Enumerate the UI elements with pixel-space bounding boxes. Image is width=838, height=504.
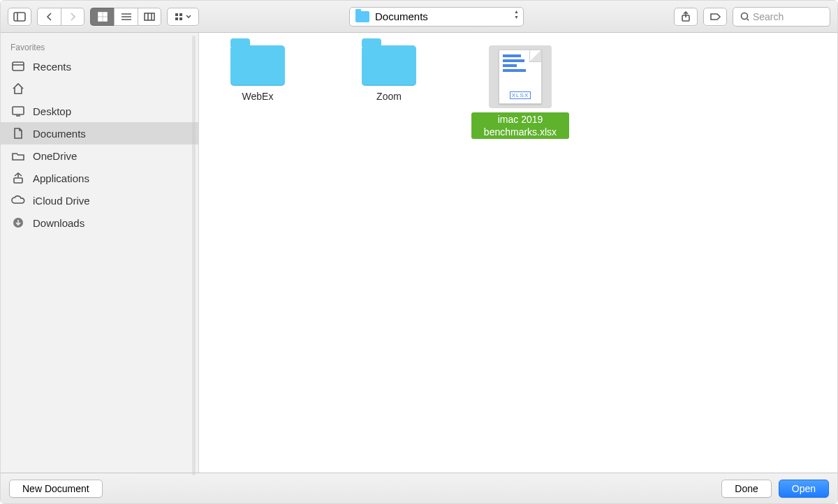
svg-rect-13	[179, 13, 182, 16]
file-ext-badge: XLSX	[510, 91, 531, 99]
cloud-icon	[10, 194, 26, 207]
icon-view-button[interactable]	[90, 8, 114, 26]
svg-rect-20	[13, 62, 24, 71]
svg-rect-0	[14, 13, 25, 21]
file-item[interactable]: XLSX imac 2019 benchmarks.xlsx	[471, 45, 569, 139]
svg-rect-4	[98, 17, 102, 21]
toolbar: Documents ▲▼	[1, 1, 837, 33]
svg-rect-12	[175, 13, 178, 16]
sidebar-section-label: Favorites	[1, 40, 198, 55]
folder-item[interactable]: Zoom	[340, 45, 438, 103]
sidebar-item-onedrive[interactable]: OneDrive	[1, 144, 198, 167]
sidebar-item-label: Documents	[33, 128, 86, 140]
home-icon	[10, 82, 26, 95]
sidebar-item-applications[interactable]: Applications	[1, 167, 198, 189]
applications-icon	[10, 172, 26, 184]
folder-icon	[362, 45, 416, 86]
sidebar-resize-handle[interactable]	[189, 33, 198, 473]
sidebar-item-label: Downloads	[33, 217, 84, 229]
svg-line-19	[747, 19, 749, 21]
svg-rect-2	[98, 13, 102, 16]
sidebar-item-label: Applications	[33, 172, 89, 184]
folder-item[interactable]: WebEx	[209, 45, 307, 103]
folder-icon	[230, 45, 285, 86]
svg-rect-3	[103, 13, 107, 16]
sidebar-item-label: OneDrive	[33, 150, 77, 162]
svg-point-18	[742, 13, 748, 19]
svg-rect-14	[175, 17, 178, 20]
sidebar-item-label: iCloud Drive	[33, 195, 90, 207]
group-by-button[interactable]	[167, 8, 199, 26]
body: Favorites Recents Desktop Documents	[1, 33, 837, 473]
file-thumbnail: XLSX	[489, 45, 552, 108]
chevron-down-icon	[186, 15, 191, 19]
footer: New Document Done Open	[1, 473, 837, 503]
file-grid: WebEx Zoom XLSX imac 2019 benchmarks.xls…	[199, 33, 837, 473]
toggle-sidebar-button[interactable]	[8, 8, 31, 26]
nav-back-forward	[37, 8, 84, 26]
item-label: Zoom	[376, 90, 402, 103]
tags-button[interactable]	[703, 8, 727, 26]
folder-icon	[10, 149, 26, 162]
downloads-icon	[10, 216, 26, 229]
search-icon	[740, 12, 749, 22]
done-button[interactable]: Done	[721, 480, 771, 498]
sidebar-item-documents[interactable]: Documents	[1, 122, 198, 144]
search-input[interactable]	[753, 11, 823, 22]
svg-rect-9	[145, 13, 154, 20]
sidebar-item-downloads[interactable]: Downloads	[1, 212, 198, 234]
svg-rect-25	[14, 178, 22, 183]
forward-button[interactable]	[61, 8, 84, 26]
new-document-button[interactable]: New Document	[9, 480, 103, 498]
sidebar-item-home[interactable]	[1, 77, 198, 100]
sidebar-item-icloud[interactable]: iCloud Drive	[1, 189, 198, 212]
svg-rect-22	[13, 107, 24, 114]
svg-rect-15	[179, 17, 182, 20]
open-button[interactable]: Open	[779, 480, 829, 498]
path-stepper-icon: ▲▼	[514, 10, 519, 20]
sidebar: Favorites Recents Desktop Documents	[1, 33, 199, 473]
desktop-icon	[10, 105, 26, 117]
sidebar-item-label: Recents	[33, 61, 71, 73]
svg-rect-5	[103, 17, 107, 21]
sidebar-item-desktop[interactable]: Desktop	[1, 100, 198, 122]
share-button[interactable]	[674, 8, 698, 26]
back-button[interactable]	[37, 8, 61, 26]
folder-icon	[355, 11, 369, 22]
path-label: Documents	[375, 10, 428, 22]
sidebar-item-recents[interactable]: Recents	[1, 55, 198, 77]
path-control[interactable]: Documents ▲▼	[349, 7, 524, 27]
view-mode-segment	[90, 8, 161, 26]
search-field[interactable]	[733, 7, 830, 27]
item-label: imac 2019 benchmarks.xlsx	[471, 112, 569, 139]
recents-icon	[10, 60, 26, 73]
item-label: WebEx	[242, 90, 274, 103]
documents-icon	[10, 127, 26, 140]
sidebar-item-label: Desktop	[33, 105, 71, 117]
list-view-button[interactable]	[114, 8, 138, 26]
column-view-button[interactable]	[138, 8, 161, 26]
